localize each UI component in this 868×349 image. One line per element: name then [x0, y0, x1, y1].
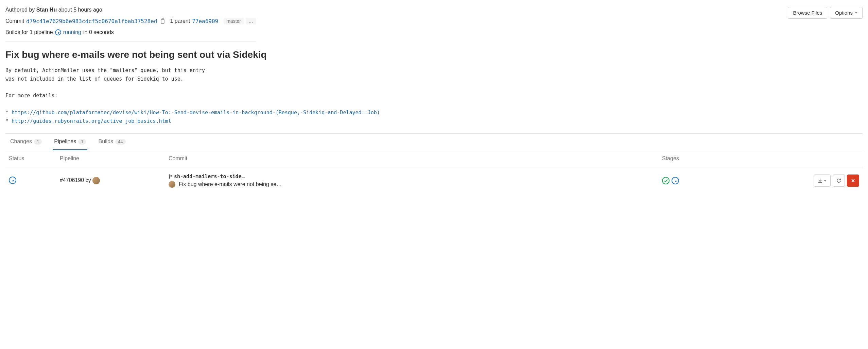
- table-header: Status Pipeline Commit Stages: [5, 150, 863, 167]
- authored-time: about 5 hours ago: [58, 7, 102, 13]
- svg-point-2: [169, 178, 170, 179]
- retry-button[interactable]: [833, 174, 845, 187]
- header-status: Status: [9, 155, 60, 162]
- pipeline-id-text: #4706190: [60, 177, 84, 183]
- header-commit: Commit: [169, 155, 662, 162]
- table-row: #4706190 by sh-add-mailers-to-side… Fix …: [5, 167, 863, 194]
- reference-link[interactable]: http://guides.rubyonrails.org/active_job…: [12, 118, 171, 124]
- close-icon: [851, 179, 855, 183]
- header-stages: Stages: [662, 155, 801, 162]
- avatar[interactable]: [169, 181, 175, 188]
- retry-icon: [836, 178, 841, 183]
- more-refs-badge[interactable]: …: [246, 18, 256, 24]
- header-pipeline: Pipeline: [60, 155, 169, 162]
- options-button[interactable]: Options: [830, 7, 863, 19]
- reference-link[interactable]: https://github.com/plataformatec/devise/…: [12, 110, 380, 116]
- pipeline-table: Status Pipeline Commit Stages #4706190 b…: [5, 150, 863, 194]
- caret-down-icon: [855, 12, 857, 14]
- commit-meta-line: Commit d79c41e7629b6e983c4cf5c0670a1fbab…: [5, 18, 256, 24]
- avatar[interactable]: [92, 177, 100, 184]
- browse-files-label: Browse Files: [793, 10, 822, 16]
- running-icon: [55, 29, 61, 35]
- commit-message[interactable]: Fix bug where e-mails were not being se…: [179, 181, 282, 187]
- desc-line: For more details:: [5, 93, 58, 99]
- branch-icon: [169, 174, 172, 179]
- svg-rect-0: [161, 19, 164, 23]
- browse-files-button[interactable]: Browse Files: [788, 7, 827, 19]
- tab-pipelines[interactable]: Pipelines 1: [53, 134, 87, 150]
- desc-line: By default, ActionMailer uses the "maile…: [5, 67, 205, 73]
- download-artifacts-button[interactable]: [814, 174, 831, 187]
- download-icon: [818, 178, 822, 183]
- options-label: Options: [835, 10, 853, 16]
- caret-down-icon: [824, 180, 827, 182]
- parent-sha[interactable]: 77ea6909: [192, 18, 218, 24]
- commit-label: Commit: [5, 18, 24, 24]
- tab-label: Builds: [98, 138, 113, 145]
- tabs: Changes 1 Pipelines 1 Builds 44: [5, 134, 863, 150]
- tab-count: 44: [115, 139, 125, 145]
- commit-description: By default, ActionMailer uses the "maile…: [5, 66, 863, 134]
- authored-line: Authored by Stan Hu about 5 hours ago: [5, 7, 256, 13]
- tab-label: Changes: [10, 138, 32, 145]
- builds-suffix: in 0 seconds: [83, 29, 114, 35]
- commit-title: Fix bug where e-mails were not being sen…: [5, 49, 863, 60]
- author-name[interactable]: Stan Hu: [36, 7, 57, 13]
- builds-status-line: Builds for 1 pipeline running in 0 secon…: [5, 29, 256, 42]
- parent-label: 1 parent: [170, 18, 190, 24]
- svg-point-3: [171, 176, 172, 177]
- branch-badge[interactable]: master: [224, 18, 244, 24]
- tab-label: Pipelines: [54, 138, 76, 145]
- builds-status[interactable]: running: [63, 29, 81, 35]
- desc-line: was not included in the list of queues f…: [5, 76, 184, 82]
- tab-builds[interactable]: Builds 44: [97, 134, 127, 150]
- pipeline-id[interactable]: #4706190: [60, 177, 86, 183]
- svg-point-1: [169, 174, 170, 176]
- stage-success-icon[interactable]: [662, 177, 670, 184]
- branch-name[interactable]: sh-add-mailers-to-side…: [174, 173, 245, 180]
- builds-prefix: Builds for 1 pipeline: [5, 29, 53, 35]
- commit-sha[interactable]: d79c41e7629b6e983c4cf5c0670a1fbab37528ed: [26, 18, 157, 24]
- clipboard-icon[interactable]: [159, 18, 166, 24]
- authored-prefix: Authored by: [5, 7, 35, 13]
- tab-changes[interactable]: Changes 1: [9, 134, 43, 150]
- cancel-button[interactable]: [847, 174, 859, 187]
- status-running-icon[interactable]: [9, 177, 16, 184]
- tab-count: 1: [78, 139, 86, 145]
- by-label: by: [86, 177, 91, 183]
- tab-count: 1: [34, 139, 42, 145]
- stage-running-icon[interactable]: [672, 177, 679, 184]
